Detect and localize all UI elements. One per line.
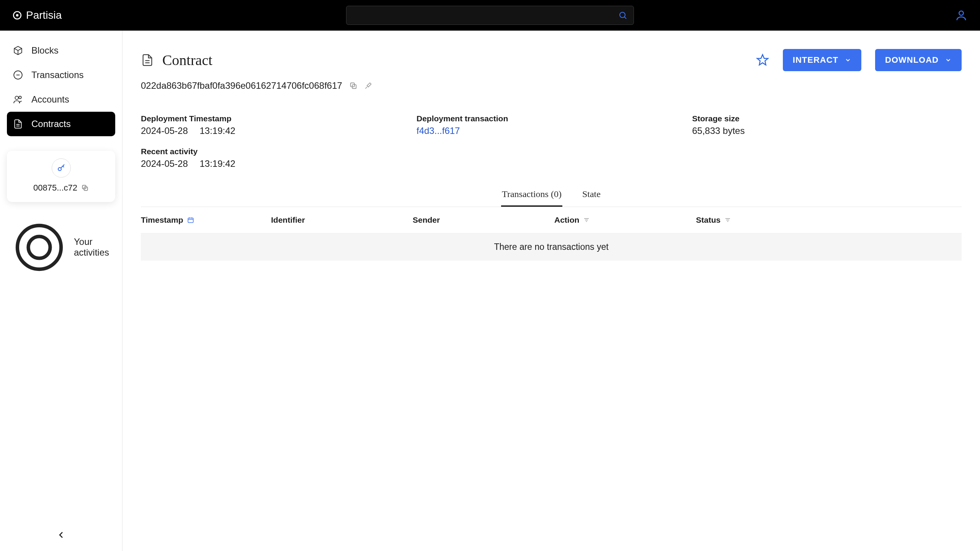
contract-id: 022da863b67fbaf0fa396e06162714706fc068f6… bbox=[141, 80, 342, 91]
svg-point-2 bbox=[620, 12, 625, 18]
button-label: DOWNLOAD bbox=[885, 55, 939, 65]
activity-icon bbox=[13, 221, 65, 274]
sidebar-item-activities[interactable]: Your activities bbox=[7, 217, 115, 278]
svg-point-11 bbox=[17, 225, 61, 269]
brand-logo[interactable]: Partisia bbox=[12, 9, 62, 21]
swap-icon bbox=[13, 70, 23, 80]
col-sender: Sender bbox=[413, 215, 554, 225]
tab-state[interactable]: State bbox=[581, 184, 601, 207]
chevron-left-icon bbox=[57, 530, 66, 540]
sidebar-item-label: Blocks bbox=[31, 45, 59, 56]
col-action[interactable]: Action bbox=[554, 215, 696, 225]
user-icon bbox=[955, 9, 968, 22]
info-deployment-transaction: Deployment transaction f4d3...f617 bbox=[416, 114, 692, 136]
interact-button[interactable]: INTERACT bbox=[783, 49, 861, 71]
sidebar: Blocks Transactions Accounts Contracts 0… bbox=[0, 31, 122, 551]
table-header: Timestamp Identifier Sender Action Statu… bbox=[141, 207, 962, 233]
sidebar-item-accounts[interactable]: Accounts bbox=[7, 87, 115, 112]
col-label: Identifier bbox=[271, 215, 305, 225]
key-icon bbox=[57, 163, 66, 173]
col-label: Sender bbox=[413, 215, 440, 225]
info-deployment-timestamp: Deployment Timestamp 2024-05-28 13:19:42 bbox=[141, 114, 416, 136]
col-status[interactable]: Status bbox=[696, 215, 962, 225]
download-button[interactable]: DOWNLOAD bbox=[875, 49, 962, 71]
col-label: Action bbox=[554, 215, 579, 225]
sidebar-item-label: Accounts bbox=[31, 94, 69, 105]
info-label: Deployment transaction bbox=[416, 114, 692, 123]
info-value: 2024-05-28 13:19:42 bbox=[141, 158, 416, 169]
search-icon bbox=[618, 11, 627, 20]
filter-icon bbox=[724, 217, 731, 223]
brand-text: Partisia bbox=[26, 9, 62, 21]
info-value: 2024-05-28 13:19:42 bbox=[141, 126, 416, 136]
tag-icon[interactable] bbox=[364, 82, 372, 90]
svg-line-3 bbox=[625, 17, 627, 19]
sidebar-item-transactions[interactable]: Transactions bbox=[7, 63, 115, 87]
document-icon bbox=[141, 54, 154, 67]
copy-icon[interactable] bbox=[81, 184, 89, 192]
users-icon bbox=[13, 95, 23, 104]
tab-bar: Transactions (0) State bbox=[141, 184, 962, 207]
copy-icon[interactable] bbox=[349, 82, 358, 90]
col-timestamp[interactable]: Timestamp bbox=[141, 215, 271, 225]
document-icon bbox=[13, 119, 23, 129]
brand-mark-icon bbox=[12, 10, 22, 20]
info-recent-activity: Recent activity 2024-05-28 13:19:42 bbox=[141, 147, 416, 169]
svg-point-1 bbox=[16, 14, 19, 17]
user-profile-button[interactable] bbox=[955, 9, 968, 22]
chevron-down-icon bbox=[945, 57, 952, 64]
info-label: Deployment Timestamp bbox=[141, 114, 416, 123]
main-content: Contract INTERACT DOWNLOAD 022da863b67fb… bbox=[122, 31, 980, 551]
collapse-sidebar-button[interactable] bbox=[57, 530, 66, 540]
sidebar-item-label: Contracts bbox=[31, 119, 71, 129]
info-value-link[interactable]: f4d3...f617 bbox=[416, 126, 692, 136]
favorite-button[interactable] bbox=[756, 54, 769, 67]
sidebar-item-label: Transactions bbox=[31, 70, 84, 80]
col-label: Status bbox=[696, 215, 720, 225]
tab-transactions[interactable]: Transactions (0) bbox=[501, 184, 562, 207]
empty-state: There are no transactions yet bbox=[141, 233, 962, 261]
chevron-down-icon bbox=[844, 57, 851, 64]
cube-icon bbox=[13, 46, 23, 55]
search-input[interactable] bbox=[353, 10, 618, 20]
key-badge bbox=[52, 158, 71, 178]
button-label: INTERACT bbox=[793, 55, 838, 65]
info-value: 65,833 bytes bbox=[692, 126, 962, 136]
search-box[interactable] bbox=[346, 6, 634, 25]
col-label: Timestamp bbox=[141, 215, 183, 225]
info-storage-size: Storage size 65,833 bytes bbox=[692, 114, 962, 136]
svg-point-12 bbox=[28, 236, 50, 258]
svg-point-4 bbox=[959, 11, 963, 15]
calendar-icon bbox=[187, 217, 194, 223]
sidebar-item-blocks[interactable]: Blocks bbox=[7, 38, 115, 63]
svg-rect-15 bbox=[188, 218, 193, 223]
sidebar-item-contracts[interactable]: Contracts bbox=[7, 112, 115, 136]
svg-point-6 bbox=[15, 96, 18, 99]
sidebar-item-label: Your activities bbox=[74, 236, 109, 258]
page-title: Contract bbox=[162, 52, 212, 68]
svg-point-7 bbox=[19, 96, 21, 99]
account-card[interactable]: 00875...c72 bbox=[7, 151, 115, 202]
col-identifier: Identifier bbox=[271, 215, 413, 225]
svg-point-8 bbox=[58, 168, 61, 171]
star-icon bbox=[756, 54, 769, 67]
info-label: Storage size bbox=[692, 114, 962, 123]
info-label: Recent activity bbox=[141, 147, 416, 156]
filter-icon bbox=[583, 217, 590, 223]
account-id: 00875...c72 bbox=[33, 183, 77, 193]
